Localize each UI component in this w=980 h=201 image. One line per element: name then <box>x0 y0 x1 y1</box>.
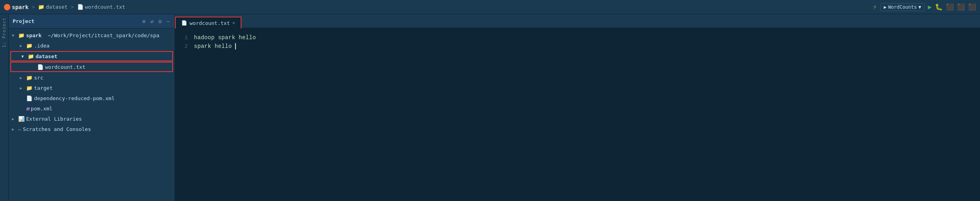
project-panel: Project ⊕ ⇄ ⚙ − ▼ 📁 spark ~/Work/Project… <box>9 14 175 201</box>
tree-label-wordcount: wordcount.txt <box>45 64 85 70</box>
coverage-icon[interactable]: ⬛ <box>946 3 954 11</box>
arrow-icon-dep-pom <box>20 96 25 100</box>
tree-label-pom: pom.xml <box>31 106 53 112</box>
tree-label-target: target <box>34 85 53 91</box>
breadcrumb-dataset[interactable]: 📁 dataset <box>38 4 68 10</box>
arrow-icon-pom <box>20 106 25 111</box>
line-code-2: spark hello <box>194 43 236 49</box>
panel-title: Project <box>13 18 138 24</box>
file-icon-wordcount: 📄 <box>37 64 44 70</box>
tab-filename: wordcount.txt <box>190 20 230 26</box>
settings-icon[interactable]: ⇄ <box>150 17 154 25</box>
arrow-icon-dataset: ▼ <box>21 54 26 59</box>
debug-icon[interactable]: 🐛 <box>935 3 943 11</box>
tree-item-idea[interactable]: ▶ 📁 .idea <box>9 40 175 51</box>
tree-item-scratches[interactable]: ▶ ✏️ Scratches and Consoles <box>9 124 175 134</box>
side-strip-label: 1: Project <box>2 17 7 47</box>
tree-item-pom[interactable]: m pom.xml <box>9 103 175 114</box>
side-strip: 1: Project <box>0 14 9 201</box>
tree-label-idea: .idea <box>34 43 49 49</box>
arrow-icon-ext-libs: ▶ <box>12 117 17 121</box>
arrow-icon-scratches: ▶ <box>12 127 17 131</box>
gear-icon[interactable]: ⚙ <box>158 17 162 25</box>
tree-label-scratches: Scratches and Consoles <box>23 126 91 132</box>
brand-label: spark <box>12 4 28 10</box>
scratches-icon: ✏️ <box>18 126 21 132</box>
run-config-icon: ▶ <box>884 4 887 10</box>
folder-icon-idea: 📁 <box>26 43 32 49</box>
main-content: 1: Project Project ⊕ ⇄ ⚙ − ▼ 📁 spark ~/W… <box>0 14 980 201</box>
panel-header: Project ⊕ ⇄ ⚙ − <box>9 14 175 28</box>
run-config-dropdown-icon: ▼ <box>918 4 921 10</box>
tree-label-ext-libs: External Libraries <box>26 116 82 122</box>
tab-bar: 📄 wordcount.txt × <box>175 14 980 28</box>
code-line-2: 2 spark hello <box>175 42 980 51</box>
tab-close-button[interactable]: × <box>232 20 235 26</box>
xml-icon-dep-pom: 📄 <box>26 95 32 101</box>
maven-icon-pom: m <box>26 106 29 112</box>
editor-content[interactable]: 1 hadoop spark hello 2 spark hello <box>175 28 980 201</box>
arrow-icon-target: ▶ <box>20 86 25 90</box>
editor-area: 📄 wordcount.txt × 1 hadoop spark hello 2… <box>175 14 980 201</box>
text-cursor <box>232 43 236 49</box>
green-arrow-icon: ⚡ <box>873 3 877 11</box>
sep1: > <box>32 4 35 10</box>
folder-icon-dataset: 📁 <box>28 53 34 59</box>
sep2: > <box>71 4 74 10</box>
code-line-1: 1 hadoop spark hello <box>175 33 980 42</box>
top-bar: spark > 📁 dataset > 📄 wordcount.txt ⚡ ▶ … <box>0 0 980 14</box>
file-tree: ▼ 📁 spark ~/Work/Project/itcast_spark/co… <box>9 28 175 201</box>
run-config-label: WordCounts <box>888 4 917 10</box>
tree-item-target[interactable]: ▶ 📁 target <box>9 83 175 93</box>
arrow-icon-src: ▶ <box>20 76 25 80</box>
tree-item-dataset[interactable]: ▼ 📁 dataset <box>10 51 173 61</box>
run-icon[interactable]: ▶ <box>928 3 932 11</box>
breadcrumb-file[interactable]: 📄 wordcount.txt <box>77 4 125 10</box>
line-number-1: 1 <box>175 35 194 41</box>
tree-label-src: src <box>34 75 43 81</box>
toolbar-right: ⚡ ▶ WordCounts ▼ ▶ 🐛 ⬛ ⬛ ⬛ <box>873 3 976 11</box>
file-icon: 📄 <box>77 4 84 10</box>
tree-item-wordcount[interactable]: 📄 wordcount.txt <box>10 62 173 72</box>
tree-item-ext-libs[interactable]: ▶ 📊 External Libraries <box>9 114 175 124</box>
spark-icon <box>4 4 10 10</box>
breadcrumb-dataset-label: dataset <box>46 4 68 10</box>
tree-label-dataset: dataset <box>36 53 57 59</box>
stop-icon[interactable]: ⬛ <box>968 3 976 11</box>
tree-item-spark-root[interactable]: ▼ 📁 spark ~/Work/Project/itcast_spark/co… <box>9 30 175 40</box>
tab-wordcount[interactable]: 📄 wordcount.txt × <box>175 17 241 28</box>
breadcrumb-file-label: wordcount.txt <box>85 4 125 10</box>
brand-area: spark <box>4 4 28 10</box>
lib-icon: 📊 <box>18 116 25 122</box>
arrow-icon-idea: ▶ <box>20 44 25 48</box>
arrow-icon-wordcount <box>31 65 36 69</box>
folder-icon: 📁 <box>38 4 44 10</box>
collapse-icon[interactable]: − <box>166 17 171 25</box>
folder-icon-root: 📁 <box>18 32 25 38</box>
arrow-icon: ▼ <box>12 33 17 38</box>
folder-icon-target: 📁 <box>26 85 32 91</box>
line-number-2: 2 <box>175 44 194 49</box>
tree-item-dep-pom[interactable]: 📄 dependency-reduced-pom.xml <box>9 93 175 103</box>
line-code-1: hadoop spark hello <box>194 34 256 41</box>
tree-item-src[interactable]: ▶ 📁 src <box>9 72 175 83</box>
tab-file-icon: 📄 <box>181 20 187 26</box>
tree-label-spark-root: spark ~/Work/Project/itcast_spark/code/s… <box>26 32 160 38</box>
tree-label-dep-pom: dependency-reduced-pom.xml <box>34 95 115 101</box>
profile-icon[interactable]: ⬛ <box>957 3 965 11</box>
run-config-button[interactable]: ▶ WordCounts ▼ <box>880 3 925 11</box>
line-code-2-text: spark hello <box>194 43 232 49</box>
add-folder-icon[interactable]: ⊕ <box>141 17 146 25</box>
folder-icon-src: 📁 <box>26 75 32 81</box>
